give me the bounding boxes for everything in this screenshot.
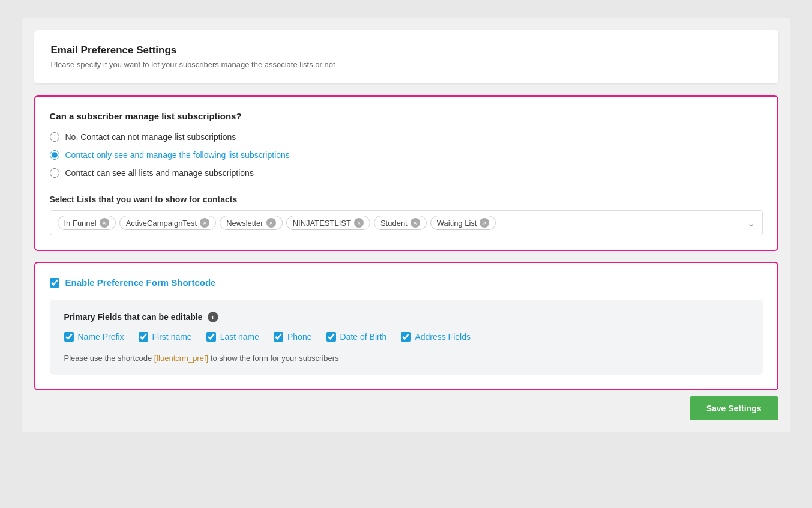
- tag-newsletter: Newsletter ×: [220, 216, 282, 230]
- save-row: Save Settings: [34, 396, 778, 420]
- radio-no-label: No, Contact can not manage list subscrip…: [65, 132, 236, 142]
- field-address-fields[interactable]: Address Fields: [401, 332, 471, 342]
- tag-remove-activecampaigntest[interactable]: ×: [200, 218, 209, 228]
- field-date-of-birth-label: Date of Birth: [340, 332, 387, 342]
- field-address-checkbox[interactable]: [401, 332, 411, 342]
- shortcode-value: [fluentcrm_pref]: [154, 354, 208, 363]
- field-phone[interactable]: Phone: [274, 332, 311, 342]
- settings-card: Email Preference Settings Please specify…: [34, 30, 778, 83]
- subscription-section: Can a subscriber manage list subscriptio…: [34, 95, 778, 251]
- tags-container[interactable]: In Funnel × ActiveCampaignTest × Newslet…: [50, 210, 763, 235]
- radio-item-all[interactable]: Contact can see all lists and manage sub…: [50, 168, 763, 178]
- field-phone-label: Phone: [287, 332, 311, 342]
- page-title: Email Preference Settings: [51, 44, 762, 56]
- enable-shortcode-checkbox[interactable]: [50, 278, 59, 288]
- tag-remove-in-funnel[interactable]: ×: [100, 218, 109, 228]
- tag-remove-student[interactable]: ×: [411, 218, 420, 228]
- field-last-name-label: Last name: [220, 332, 259, 342]
- tag-waiting-list: Waiting List ×: [430, 216, 496, 230]
- shortcode-section: Enable Preference Form Shortcode Primary…: [34, 262, 778, 390]
- fields-row: Name Prefix First name Last name Phone D…: [64, 332, 748, 342]
- save-button[interactable]: Save Settings: [690, 396, 778, 420]
- tag-remove-waiting-list[interactable]: ×: [480, 218, 489, 228]
- tag-remove-newsletter[interactable]: ×: [266, 218, 276, 228]
- primary-fields-title: Primary Fields that can be editable i: [64, 312, 748, 322]
- field-first-name[interactable]: First name: [139, 332, 192, 342]
- radio-item-contact-only[interactable]: Contact only see and manage the followin…: [50, 150, 763, 160]
- radio-contact-only-label: Contact only see and manage the followin…: [65, 150, 290, 160]
- tag-remove-ninjatestlist[interactable]: ×: [354, 218, 364, 228]
- field-date-of-birth[interactable]: Date of Birth: [326, 332, 387, 342]
- field-last-name-checkbox[interactable]: [206, 332, 216, 342]
- tag-student: Student ×: [374, 216, 427, 230]
- field-name-prefix-checkbox[interactable]: [64, 332, 74, 342]
- subscription-radio-group: No, Contact can not manage list subscrip…: [50, 132, 763, 178]
- page-container: Email Preference Settings Please specify…: [22, 18, 790, 432]
- radio-item-no[interactable]: No, Contact can not manage list subscrip…: [50, 132, 763, 142]
- enable-shortcode-row: Enable Preference Form Shortcode: [50, 277, 763, 288]
- tag-in-funnel: In Funnel ×: [58, 216, 116, 230]
- radio-all[interactable]: [50, 168, 59, 178]
- shortcode-note: Please use the shortcode [fluentcrm_pref…: [64, 354, 748, 363]
- radio-contact-only[interactable]: [50, 150, 59, 160]
- field-last-name[interactable]: Last name: [206, 332, 259, 342]
- field-address-label: Address Fields: [415, 332, 471, 342]
- radio-all-label: Contact can see all lists and manage sub…: [65, 168, 254, 178]
- enable-shortcode-label[interactable]: Enable Preference Form Shortcode: [65, 277, 216, 288]
- field-first-name-checkbox[interactable]: [139, 332, 148, 342]
- radio-no[interactable]: [50, 132, 59, 142]
- primary-fields-box: Primary Fields that can be editable i Na…: [50, 300, 763, 375]
- field-phone-checkbox[interactable]: [274, 332, 283, 342]
- page-subtitle: Please specify if you want to let your s…: [51, 60, 762, 69]
- field-first-name-label: First name: [152, 332, 192, 342]
- select-lists-label: Select Lists that you want to show for c…: [50, 195, 763, 204]
- field-name-prefix[interactable]: Name Prefix: [64, 332, 124, 342]
- subscription-question: Can a subscriber manage list subscriptio…: [50, 111, 763, 121]
- tag-ninjatestlist: NINJATESTLIST ×: [286, 216, 370, 230]
- info-icon[interactable]: i: [208, 312, 218, 322]
- tag-activecampaigntest: ActiveCampaignTest ×: [119, 216, 217, 230]
- tags-chevron-icon[interactable]: ⌄: [747, 217, 755, 229]
- field-name-prefix-label: Name Prefix: [78, 332, 124, 342]
- field-date-of-birth-checkbox[interactable]: [326, 332, 336, 342]
